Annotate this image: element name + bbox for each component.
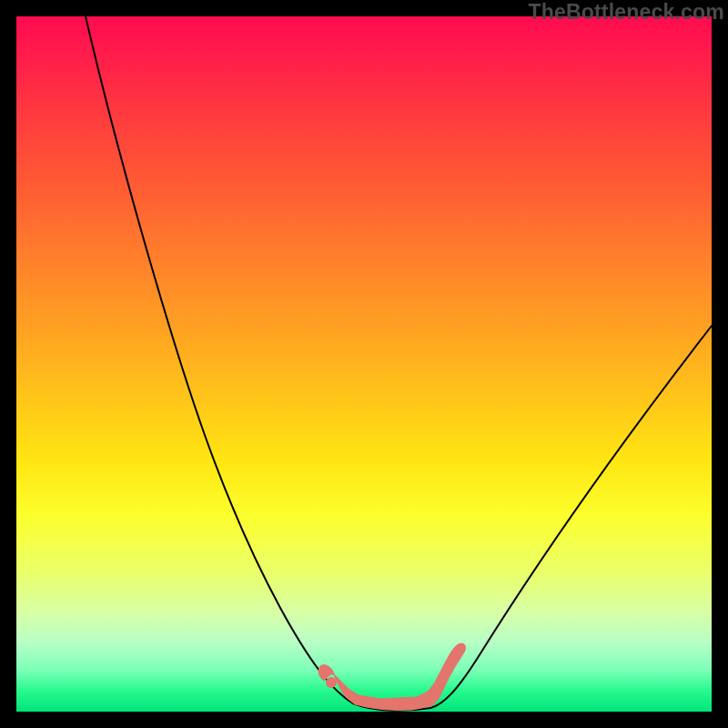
highlight-dot bbox=[318, 664, 329, 675]
highlight-dot bbox=[450, 652, 460, 662]
highlight-dot bbox=[442, 664, 453, 675]
bottleneck-curve bbox=[16, 16, 712, 712]
chart-frame bbox=[16, 16, 712, 712]
highlight-dot bbox=[326, 677, 337, 688]
watermark-text: TheBottleneck.com bbox=[528, 0, 724, 25]
curve-path bbox=[86, 16, 712, 711]
